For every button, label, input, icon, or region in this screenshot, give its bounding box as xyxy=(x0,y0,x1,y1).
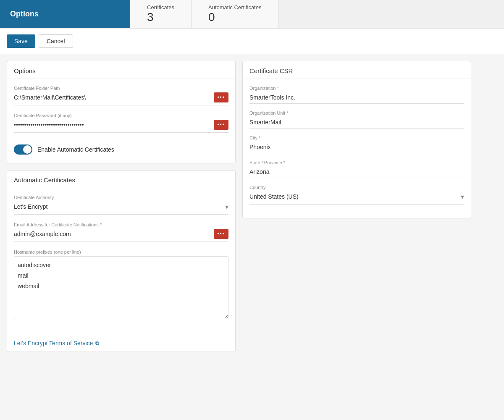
auto-cert-panel-body: Certificate Authority Let's Encrypt ▾ Em… xyxy=(7,188,235,335)
toggle-thumb xyxy=(23,145,32,154)
hostname-field-group: Hostname prefixes (one per line) autodis… xyxy=(14,249,228,320)
enable-auto-cert-label: Enable Automatic Certificates xyxy=(37,146,114,153)
cert-authority-value: Let's Encrypt xyxy=(14,202,225,212)
auto-cert-panel: Automatic Certificates Certificate Autho… xyxy=(7,170,236,352)
auto-cert-panel-title: Automatic Certificates xyxy=(7,171,235,188)
email-label: Email Address for Certificate Notificati… xyxy=(14,222,228,227)
cert-folder-value: C:\SmarterMail\Certificates\ xyxy=(14,92,214,102)
email-value: admin@example.com xyxy=(14,229,214,239)
certificates-label: Certificates xyxy=(147,4,174,10)
country-value: United States (US) xyxy=(249,192,461,202)
enable-auto-cert-toggle-row: Enable Automatic Certificates xyxy=(14,140,228,156)
auto-certificates-label: Automatic Certificates xyxy=(208,4,261,10)
csr-panel: Certificate CSR Organization * SmarterTo… xyxy=(242,61,471,218)
external-link-icon: ⧉ xyxy=(95,340,99,346)
org-unit-field: Organization Unit * SmarterMail xyxy=(249,110,464,129)
country-field: Country United States (US) ▾ xyxy=(249,185,464,205)
hostname-label: Hostname prefixes (one per line) xyxy=(14,249,228,255)
enable-auto-cert-toggle[interactable] xyxy=(14,144,32,155)
toolbar: Save Cancel xyxy=(0,29,504,54)
header-bar: Options Certificates 3 Automatic Certifi… xyxy=(0,0,504,29)
main-content: Options Certificate Folder Path C:\Smart… xyxy=(0,54,504,359)
header-options-section: Options xyxy=(0,0,130,28)
cert-password-row: •••••••••••••••••••••••••••••••••• ••• xyxy=(14,120,228,133)
header-auto-cert-stat: Automatic Certificates 0 xyxy=(192,0,278,28)
cert-authority-label: Certificate Authority xyxy=(14,195,228,200)
state-label: State / Province * xyxy=(249,160,464,165)
cert-authority-field-group: Certificate Authority Let's Encrypt ▾ xyxy=(14,195,228,215)
cert-password-value: •••••••••••••••••••••••••••••••••• xyxy=(14,120,214,130)
email-field-row: admin@example.com ••• xyxy=(14,229,228,242)
country-select-row[interactable]: United States (US) ▾ xyxy=(249,192,464,205)
cert-folder-label: Certificate Folder Path xyxy=(14,86,228,91)
header-certificates-stat: Certificates 3 xyxy=(130,0,192,28)
cert-password-label: Certificate Password (if any) xyxy=(14,113,228,118)
certificates-count: 3 xyxy=(147,10,174,24)
org-field: Organization * SmarterTools Inc. xyxy=(249,86,464,104)
header-options-label: Options xyxy=(10,10,39,18)
csr-panel-title: Certificate CSR xyxy=(243,61,471,79)
cert-authority-select-row[interactable]: Let's Encrypt ▾ xyxy=(14,202,228,215)
options-panel-body: Certificate Folder Path C:\SmarterMail\C… xyxy=(7,79,235,163)
email-field-group: Email Address for Certificate Notificati… xyxy=(14,222,228,242)
auto-certificates-count: 0 xyxy=(208,10,261,24)
save-button[interactable]: Save xyxy=(7,34,35,48)
state-field: State / Province * Arizona xyxy=(249,160,464,178)
cancel-button[interactable]: Cancel xyxy=(39,34,73,48)
org-unit-value: SmarterMail xyxy=(249,117,464,129)
country-chevron-icon: ▾ xyxy=(461,193,464,201)
org-value: SmarterTools Inc. xyxy=(249,92,464,104)
cert-password-field-group: Certificate Password (if any) ••••••••••… xyxy=(14,113,228,133)
cert-folder-row: C:\SmarterMail\Certificates\ ••• xyxy=(14,92,228,105)
tos-link[interactable]: Let's Encrypt Terms of Service xyxy=(14,340,93,346)
email-more-button[interactable]: ••• xyxy=(214,229,228,239)
country-label: Country xyxy=(249,185,464,190)
cert-authority-chevron-icon: ▾ xyxy=(225,203,228,211)
cert-folder-field-group: Certificate Folder Path C:\SmarterMail\C… xyxy=(14,86,228,105)
state-value: Arizona xyxy=(249,167,464,178)
csr-panel-body: Organization * SmarterTools Inc. Organiz… xyxy=(243,79,471,218)
cert-password-more-button[interactable]: ••• xyxy=(214,120,228,130)
org-label: Organization * xyxy=(249,86,464,91)
tos-link-row: Let's Encrypt Terms of Service ⧉ xyxy=(7,335,235,352)
org-unit-label: Organization Unit * xyxy=(249,110,464,116)
options-panel-title: Options xyxy=(7,61,235,79)
cert-folder-more-button[interactable]: ••• xyxy=(214,92,228,102)
options-panel: Options Certificate Folder Path C:\Smart… xyxy=(7,61,236,163)
city-field: City * Phoenix xyxy=(249,135,464,153)
city-label: City * xyxy=(249,135,464,140)
hostname-textarea[interactable]: autodiscover mail webmail xyxy=(14,256,228,319)
city-value: Phoenix xyxy=(249,142,464,153)
